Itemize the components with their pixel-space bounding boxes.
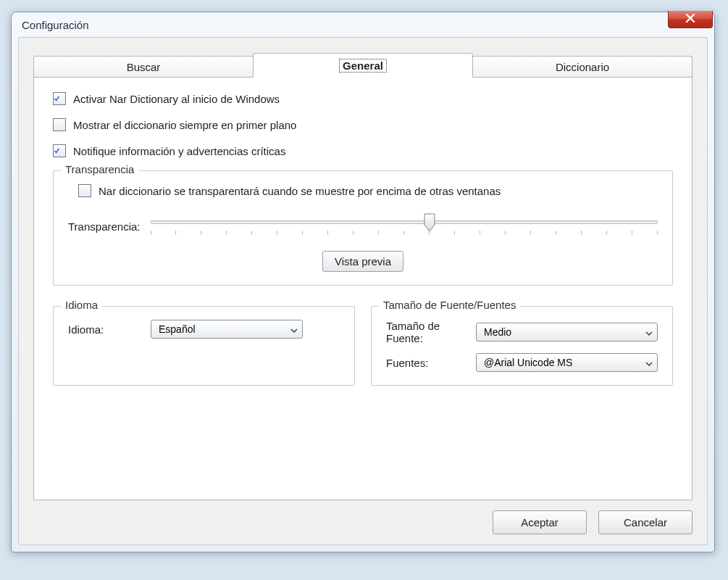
tab-search-label: Buscar [127,61,161,73]
close-icon [685,14,695,25]
titlebar[interactable]: Configuración [12,12,714,37]
checkbox-enable-transparency[interactable] [78,184,91,197]
language-label: Idioma: [68,323,141,336]
accept-button[interactable]: Aceptar [493,510,587,534]
checkbox-activate-startup-label: Activar Nar Dictionary al inicio de Wind… [73,93,280,105]
group-transparency-title: Transparencia [61,163,138,175]
checkbox-notify-critical-label: Notifique información y advertencias crí… [73,145,285,157]
checkbox-notify-critical[interactable] [53,144,66,157]
checkbox-row-notify: Notifique información y advertencias crí… [53,144,673,157]
tab-dictionary-label: Diccionario [556,61,609,73]
group-language-title: Idioma [61,299,102,311]
checkbox-enable-transparency-label: Nar diccionario se transparentará cuando… [99,185,501,197]
preview-row: Vista previa [68,251,658,272]
checkbox-row-startup: Activar Nar Dictionary al inicio de Wind… [53,92,673,105]
font-size-value: Medio [484,326,511,338]
group-language: Idioma Idioma: Español [53,306,355,386]
tabpanel-general: Activar Nar Dictionary al inicio de Wind… [33,77,693,500]
tab-search[interactable]: Buscar [33,56,254,78]
chevron-down-icon [290,323,298,335]
tab-dictionary[interactable]: Diccionario [472,56,693,78]
font-size-label: Tamaño de Fuente: [386,320,466,344]
font-size-combo[interactable]: Medio [476,323,658,341]
slider-label: Transparencia: [68,220,141,233]
font-family-row: Fuentes: @Arial Unicode MS [386,353,658,372]
tab-general-label: General [339,59,387,72]
preview-button[interactable]: Vista previa [322,251,403,272]
config-window: Configuración Buscar General Diccionario [11,12,715,552]
font-family-label: Fuentes: [386,357,466,369]
tab-general[interactable]: General [253,53,473,78]
language-value: Español [159,323,196,335]
tabstrip: Buscar General Diccionario [33,52,693,77]
font-family-value: @Arial Unicode MS [484,357,572,368]
language-combo[interactable]: Español [151,320,303,339]
dialog-buttons: Aceptar Cancelar [33,500,693,534]
slider-thumb[interactable] [424,213,435,232]
group-fonts: Tamaño de Fuente/Fuentes Tamaño de Fuent… [371,306,673,386]
transparency-slider[interactable] [151,213,658,239]
checkbox-always-on-top-label: Mostrar el diccionario siempre en primer… [73,119,296,131]
bottom-groups: Idioma Idioma: Español Tamaño de Fuente/… [53,302,673,386]
font-size-row: Tamaño de Fuente: Medio [386,320,658,344]
client-area: Buscar General Diccionario Activar Nar D… [18,37,708,545]
checkbox-activate-startup[interactable] [53,92,66,105]
slider-row: Transparencia: [68,213,658,239]
close-button[interactable] [668,11,713,28]
checkbox-row-transparency: Nar diccionario se transparentará cuando… [78,184,658,197]
window-title: Configuración [22,19,89,31]
checkbox-always-on-top[interactable] [53,118,66,131]
checkbox-row-ontop: Mostrar el diccionario siempre en primer… [53,118,673,131]
slider-rail [151,220,658,224]
chevron-down-icon [645,357,653,368]
font-family-combo[interactable]: @Arial Unicode MS [476,353,658,372]
group-fonts-title: Tamaño de Fuente/Fuentes [379,299,520,311]
slider-ticks [151,231,658,235]
chevron-down-icon [645,326,653,338]
language-row: Idioma: Español [68,320,340,339]
group-transparency: Transparencia Nar diccionario se transpa… [53,170,673,286]
cancel-button[interactable]: Cancelar [598,510,693,534]
